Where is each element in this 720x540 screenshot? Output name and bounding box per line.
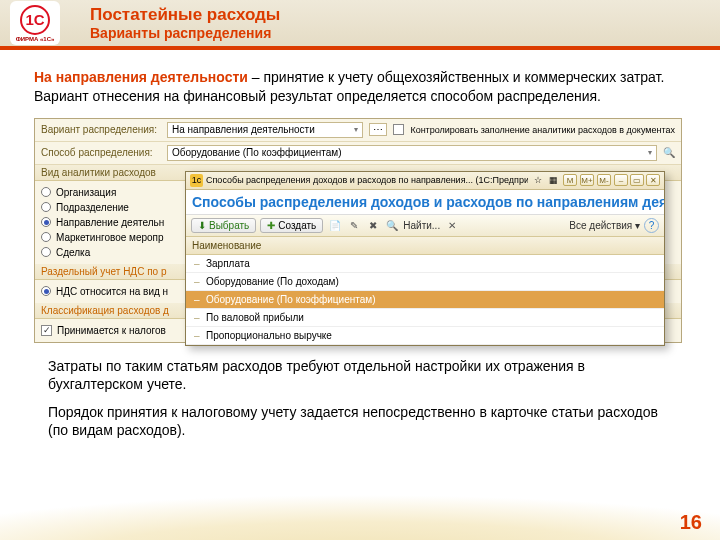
logo-caption: ФИРМА «1С» (16, 36, 55, 42)
max-button[interactable]: ▭ (630, 174, 644, 186)
edit-icon[interactable]: ✎ (346, 218, 361, 233)
find-link[interactable]: Найти... (403, 220, 440, 231)
chevron-down-icon[interactable]: ▾ (648, 148, 652, 157)
list-item[interactable]: Пропорционально выручке (186, 327, 664, 345)
radio-marketing[interactable] (41, 232, 51, 242)
screenshot-panel: Вариант распределения: На направления де… (34, 118, 682, 343)
copy-icon[interactable]: 📄 (327, 218, 342, 233)
mminus-button[interactable]: M- (597, 174, 611, 186)
list-item-selected[interactable]: Оборудование (По коэффициентам) (186, 291, 664, 309)
radio-dept[interactable] (41, 202, 51, 212)
close-button[interactable]: ✕ (646, 174, 660, 186)
logo-mark: 1C (20, 5, 50, 35)
radio-deal[interactable] (41, 247, 51, 257)
control-label: Контролировать заполнение аналитики расх… (410, 125, 675, 135)
help-icon[interactable]: ? (644, 218, 659, 233)
list-item[interactable]: Оборудование (По доходам) (186, 273, 664, 291)
page-subtitle: Варианты распределения (90, 25, 280, 41)
list-item[interactable]: Зарплата (186, 255, 664, 273)
footer-p1: Затраты по таким статьям расходов требую… (48, 357, 672, 393)
page-number: 16 (680, 511, 702, 534)
delete-icon[interactable]: ✖ (365, 218, 380, 233)
dialog-title: Способы распределения доходов и расходов… (186, 190, 664, 215)
search-icon[interactable]: 🔍 (384, 218, 399, 233)
create-button[interactable]: ✚Создать (260, 218, 323, 233)
select-button[interactable]: ⬇Выбрать (191, 218, 256, 233)
column-header-name[interactable]: Наименование (186, 237, 664, 255)
app-icon: 1c (190, 174, 203, 187)
radio-direction[interactable] (41, 217, 51, 227)
fav-icon[interactable]: ☆ (531, 174, 544, 187)
method-label: Способ распределения: (41, 147, 161, 158)
dialog-window-title: Способы распределения доходов и расходов… (206, 175, 528, 185)
lookup-icon[interactable]: 🔍 (663, 147, 675, 158)
decorative-swoosh (0, 480, 720, 540)
radio-nds[interactable] (41, 286, 51, 296)
m-button[interactable]: M (563, 174, 577, 186)
calc-icon[interactable]: ▦ (547, 174, 560, 187)
intro-accent: На направления деятельности (34, 69, 248, 85)
method-dropdown[interactable]: Оборудование (По коэффициентам) ▾ (167, 145, 657, 161)
intro-text: На направления деятельности – принятие к… (34, 68, 686, 106)
radio-org[interactable] (41, 187, 51, 197)
chevron-down-icon[interactable]: ▾ (354, 125, 358, 134)
page-title: Постатейные расходы (90, 5, 280, 25)
control-checkbox[interactable] (393, 124, 404, 135)
list-item[interactable]: По валовой прибыли (186, 309, 664, 327)
mplus-button[interactable]: M+ (580, 174, 594, 186)
min-button[interactable]: – (614, 174, 628, 186)
logo-1c: 1C ФИРМА «1С» (10, 1, 60, 45)
footer-p2: Порядок принятия к налоговому учету зада… (48, 403, 672, 439)
clear-search-icon[interactable]: ✕ (444, 218, 459, 233)
slide-header: 1C ФИРМА «1С» Постатейные расходы Вариан… (0, 0, 720, 50)
all-actions-menu[interactable]: Все действия ▾ (569, 220, 640, 231)
variant-dropdown[interactable]: На направления деятельности ▾ (167, 122, 363, 138)
tax-checkbox[interactable]: ✓ (41, 325, 52, 336)
variant-more-button[interactable]: ⋯ (369, 123, 387, 136)
variant-label: Вариант распределения: (41, 124, 161, 135)
methods-list: Зарплата Оборудование (По доходам) Обору… (186, 255, 664, 345)
dialog-distribution-methods: 1c Способы распределения доходов и расхо… (185, 171, 665, 346)
